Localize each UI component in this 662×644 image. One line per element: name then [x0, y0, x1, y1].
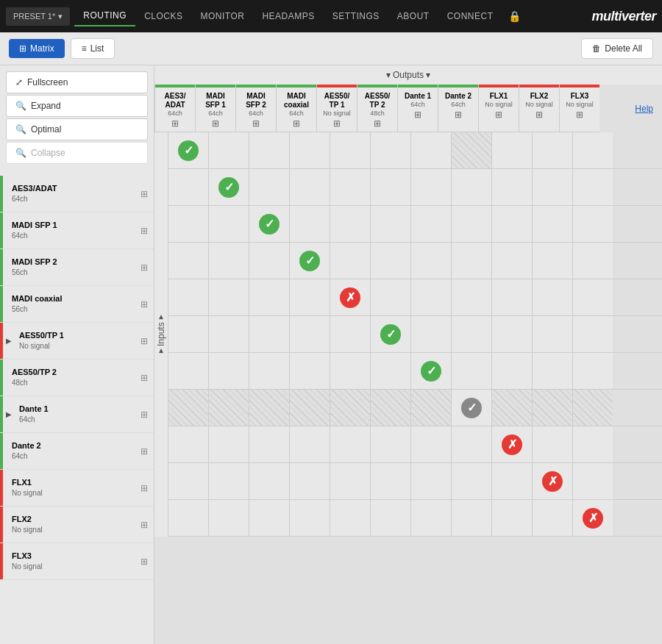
grid-cell-2-9[interactable]	[532, 206, 572, 242]
grid-cell-10-0[interactable]	[168, 500, 208, 536]
grid-cell-0-8[interactable]	[491, 132, 532, 168]
col-expand-icon[interactable]: ⊞	[360, 118, 395, 129]
col-expand-icon[interactable]: ⊞	[157, 118, 193, 129]
grid-cell-5-8[interactable]	[491, 316, 532, 352]
grid-cell-3-7[interactable]	[451, 243, 491, 279]
col-expand-icon[interactable]: ⊞	[238, 118, 274, 129]
grid-cell-0-10[interactable]	[572, 132, 613, 168]
grid-cell-4-1[interactable]	[208, 279, 249, 315]
grid-cell-6-9[interactable]	[532, 353, 572, 389]
fullscreen-button[interactable]: ⤢ Fullscreen	[6, 71, 148, 93]
grid-cell-7-2[interactable]	[249, 390, 289, 426]
grid-cell-2-3[interactable]	[289, 206, 330, 242]
grid-cell-1-6[interactable]	[410, 169, 451, 205]
nav-connect[interactable]: CONNECT	[438, 7, 502, 26]
col-expand-icon[interactable]: ⊞	[522, 110, 557, 120]
grid-cell-5-9[interactable]	[532, 316, 572, 352]
grid-cell-0-6[interactable]	[410, 132, 451, 168]
grid-cell-10-6[interactable]	[410, 500, 451, 536]
grid-cell-5-7[interactable]	[451, 316, 491, 352]
grid-cell-8-0[interactable]	[168, 426, 208, 462]
grid-cell-8-4[interactable]	[330, 426, 370, 462]
list-button[interactable]: ≡ List	[71, 38, 115, 59]
grid-cell-3-8[interactable]	[491, 243, 532, 279]
col-expand-icon[interactable]: ⊞	[441, 110, 476, 120]
expand-row-icon[interactable]: ⊞	[140, 262, 148, 273]
expand-row-icon[interactable]: ⊞	[140, 409, 148, 420]
grid-cell-3-1[interactable]	[208, 243, 249, 279]
arrow-icon[interactable]: ▶	[6, 337, 12, 345]
grid-cell-10-1[interactable]	[208, 500, 249, 536]
grid-cell-3-6[interactable]	[410, 243, 451, 279]
grid-cell-4-9[interactable]	[532, 279, 572, 315]
expand-row-icon[interactable]: ⊞	[140, 189, 148, 199]
grid-cell-8-8[interactable]: ✗	[491, 426, 532, 462]
grid-cell-7-5[interactable]	[370, 390, 410, 426]
grid-cell-5-4[interactable]	[330, 316, 370, 352]
grid-cell-9-3[interactable]	[289, 463, 330, 499]
nav-about[interactable]: ABOUT	[388, 7, 438, 26]
grid-cell-7-1[interactable]	[208, 390, 249, 426]
grid-cell-9-8[interactable]	[491, 463, 532, 499]
grid-cell-9-6[interactable]	[410, 463, 451, 499]
expand-button[interactable]: 🔍 Expand	[6, 95, 148, 117]
grid-cell-7-4[interactable]	[330, 390, 370, 426]
grid-cell-1-5[interactable]	[370, 169, 410, 205]
grid-cell-5-5[interactable]: ✓	[370, 316, 410, 352]
grid-cell-4-0[interactable]	[168, 279, 208, 315]
grid-cell-3-4[interactable]	[330, 243, 370, 279]
grid-cell-4-7[interactable]	[451, 279, 491, 315]
optimal-button[interactable]: 🔍 Optimal	[6, 118, 148, 140]
grid-cell-9-10[interactable]	[572, 463, 613, 499]
grid-cell-10-2[interactable]	[249, 500, 289, 536]
grid-cell-2-5[interactable]	[370, 206, 410, 242]
nav-settings[interactable]: SETTINGS	[324, 7, 388, 26]
grid-cell-8-3[interactable]	[289, 426, 330, 462]
grid-cell-6-4[interactable]	[330, 353, 370, 389]
grid-cell-4-5[interactable]	[370, 279, 410, 315]
grid-cell-4-8[interactable]	[491, 279, 532, 315]
grid-cell-6-3[interactable]	[289, 353, 330, 389]
grid-cell-9-1[interactable]	[208, 463, 249, 499]
grid-cell-2-8[interactable]	[491, 206, 532, 242]
grid-cell-10-4[interactable]	[330, 500, 370, 536]
grid-cell-6-8[interactable]	[491, 353, 532, 389]
delete-all-button[interactable]: 🗑 Delete All	[581, 38, 653, 59]
matrix-button[interactable]: ⊞ Matrix	[9, 39, 65, 58]
grid-cell-5-2[interactable]	[249, 316, 289, 352]
arrow-icon[interactable]: ▶	[6, 410, 12, 418]
grid-cell-6-1[interactable]	[208, 353, 249, 389]
expand-row-icon[interactable]: ⊞	[140, 299, 148, 310]
grid-cell-0-9[interactable]	[532, 132, 572, 168]
col-expand-icon[interactable]: ⊞	[198, 118, 233, 129]
grid-cell-1-3[interactable]	[289, 169, 330, 205]
grid-cell-0-2[interactable]	[249, 132, 289, 168]
expand-row-icon[interactable]: ⊞	[140, 446, 148, 457]
grid-cell-1-1[interactable]: ✓	[208, 169, 249, 205]
grid-cell-7-0[interactable]	[168, 390, 208, 426]
grid-cell-7-7[interactable]: ✓	[451, 390, 491, 426]
grid-cell-2-6[interactable]	[410, 206, 451, 242]
grid-cell-1-7[interactable]	[451, 169, 491, 205]
grid-cell-4-4[interactable]: ✗	[330, 279, 370, 315]
grid-cell-3-10[interactable]	[572, 243, 613, 279]
nav-headamps[interactable]: HEADAMPS	[253, 7, 323, 26]
grid-cell-8-1[interactable]	[208, 426, 249, 462]
expand-row-icon[interactable]: ⊞	[140, 520, 148, 530]
nav-routing[interactable]: ROUTING	[74, 6, 135, 26]
grid-cell-1-9[interactable]	[532, 169, 572, 205]
expand-row-icon[interactable]: ⊞	[140, 336, 148, 346]
grid-cell-1-8[interactable]	[491, 169, 532, 205]
col-expand-icon[interactable]: ⊞	[279, 118, 314, 129]
grid-cell-2-4[interactable]	[330, 206, 370, 242]
grid-cell-0-7[interactable]	[451, 132, 491, 168]
grid-cell-8-9[interactable]	[532, 426, 572, 462]
col-expand-icon[interactable]: ⊞	[481, 110, 516, 120]
grid-cell-9-9[interactable]: ✗	[532, 463, 572, 499]
grid-cell-9-2[interactable]	[249, 463, 289, 499]
grid-cell-5-3[interactable]	[289, 316, 330, 352]
grid-cell-1-4[interactable]	[330, 169, 370, 205]
grid-cell-10-10[interactable]: ✗	[572, 500, 613, 536]
grid-cell-10-7[interactable]	[451, 500, 491, 536]
grid-cell-0-4[interactable]	[330, 132, 370, 168]
